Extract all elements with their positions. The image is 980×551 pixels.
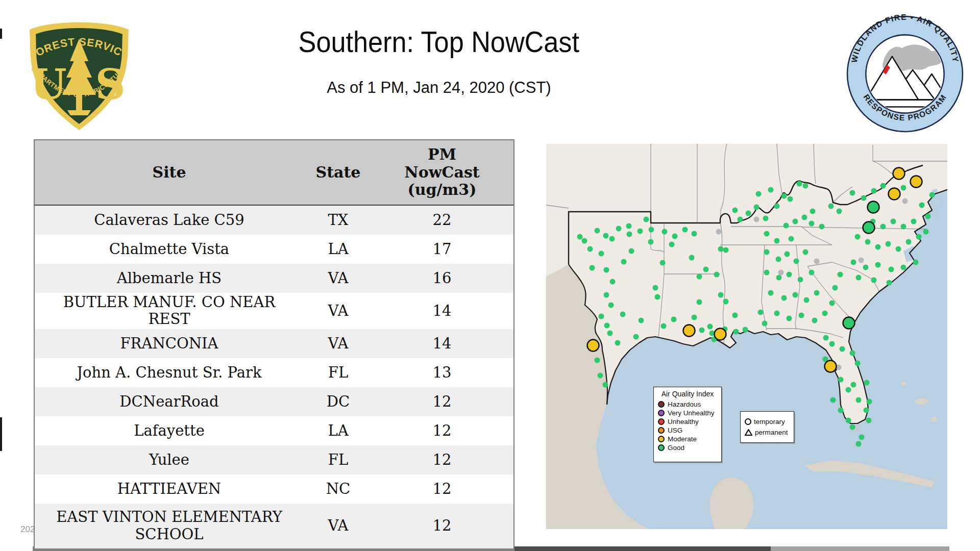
monitor-good-permanent <box>649 227 654 233</box>
aqi-label: Unhealthy <box>668 418 699 425</box>
monitor-good-permanent <box>754 205 760 210</box>
cell-state: DC <box>304 393 373 410</box>
cell-state: NC <box>304 481 373 497</box>
monitor-good-permanent <box>764 270 770 276</box>
monitor-good-permanent <box>682 227 688 233</box>
monitor-good-permanent <box>648 239 654 245</box>
aqi-legend-item: Very Unhealthy <box>654 408 721 417</box>
monitor-good-permanent <box>604 292 609 298</box>
monitor-good-permanent <box>863 265 869 270</box>
monitor-good-permanent <box>610 279 616 285</box>
monitor-good-permanent <box>763 216 769 221</box>
monitor-good-permanent <box>714 272 720 278</box>
table-row: DCNearRoadDC12 <box>35 387 513 416</box>
cell-value: 12 <box>373 393 511 410</box>
monitor-good-permanent <box>850 350 855 356</box>
monitor-good-permanent <box>867 399 872 405</box>
monitor-nodata <box>859 258 864 263</box>
cell-state: TX <box>304 212 373 229</box>
cell-state: VA <box>304 303 373 319</box>
monitor-good-permanent <box>804 297 810 303</box>
monitor-good-permanent <box>758 310 764 315</box>
monitor-good-permanent <box>692 315 697 320</box>
aqi-label: Moderate <box>668 435 697 443</box>
monitor-good-permanent <box>829 341 835 347</box>
cell-state: LA <box>304 241 373 258</box>
monitor-good-permanent <box>859 435 865 440</box>
monitor-good-permanent <box>732 208 738 213</box>
monitor-moderate-temporary <box>587 340 599 352</box>
monitor-good-permanent <box>732 313 738 318</box>
monitor-good-permanent <box>919 203 925 208</box>
cell-state: FL <box>304 452 373 468</box>
monitor-good-permanent <box>604 267 609 273</box>
monitor-good-permanent <box>901 265 906 270</box>
monitor-good-permanent <box>871 188 877 194</box>
cell-value: 12 <box>373 517 511 534</box>
cell-site: FRANCONIA <box>35 334 304 353</box>
monitor-good-permanent <box>846 387 851 393</box>
monitor-good-permanent <box>697 274 702 280</box>
footer-timestamp-partial: 202 <box>20 524 35 535</box>
cell-site: Albemarle HS <box>35 269 304 288</box>
monitor-good-permanent <box>599 314 604 319</box>
monitor-good-permanent <box>929 192 935 198</box>
cell-value: 14 <box>373 303 511 319</box>
monitor-good-permanent <box>609 236 615 242</box>
monitor-good-permanent <box>856 441 862 447</box>
edge-artifact-bottom <box>0 417 2 451</box>
monitor-good-permanent <box>644 217 649 222</box>
monitor-good-permanent <box>629 248 634 254</box>
monitor-good-permanent <box>603 233 609 239</box>
aqi-legend-item: Hazardous <box>654 399 721 408</box>
monitor-good-permanent <box>764 231 770 237</box>
monitor-good-permanent <box>875 262 881 268</box>
cell-value: 12 <box>373 481 511 497</box>
monitor-good-permanent <box>809 221 815 227</box>
monitor-good-permanent <box>871 278 877 283</box>
monitor-good-permanent <box>627 232 632 237</box>
aqi-legend-items: HazardousVery UnhealthyUnhealthyUSGModer… <box>654 399 721 452</box>
monitor-good-permanent <box>832 285 838 291</box>
monitor-good-temporary <box>868 202 879 213</box>
monitor-good-permanent <box>861 195 867 201</box>
bottom-bar-mid <box>514 546 771 551</box>
aqi-legend: Air Quality Index HazardousVery Unhealth… <box>653 387 722 462</box>
monitor-good-permanent <box>655 294 660 300</box>
table-row: John A. Chesnut Sr. ParkFL13 <box>35 358 513 387</box>
monitor-good-permanent <box>838 272 843 278</box>
permanent-label: permanent <box>755 429 788 436</box>
monitor-good-permanent <box>781 193 787 199</box>
monitor-good-permanent <box>850 190 855 196</box>
cell-site: John A. Chesnut Sr. Park <box>35 363 304 382</box>
monitor-good-permanent <box>768 290 774 296</box>
monitor-good-permanent <box>793 292 798 298</box>
monitor-good-temporary <box>843 317 855 329</box>
monitor-good-permanent <box>798 277 803 283</box>
monitor-nodata <box>814 259 820 264</box>
monitor-good-permanent <box>738 217 743 222</box>
monitor-good-permanent <box>913 260 919 265</box>
table-row: YuleeFL12 <box>35 445 513 474</box>
cell-site: DCNearRoad <box>35 392 304 411</box>
monitor-good-permanent <box>889 267 894 272</box>
wfaqrp-logo: WILDLAND FIRE • AIR QUALITY RESPONSE PRO… <box>843 12 967 136</box>
table-row: Albemarle HSVA16 <box>35 264 513 293</box>
aqi-color-dot <box>658 444 665 451</box>
title-block: Southern: Top NowCast <box>184 24 694 59</box>
monitor-good-permanent <box>653 285 658 291</box>
monitor-good-permanent <box>733 329 739 335</box>
monitor-good-permanent <box>615 340 621 346</box>
monitor-good-permanent <box>604 323 610 329</box>
monitor-good-permanent <box>809 270 815 276</box>
aqi-label: USG <box>668 427 682 434</box>
monitor-good-permanent <box>697 299 702 305</box>
cell-value: 22 <box>373 212 511 229</box>
monitor-good-permanent <box>762 321 768 327</box>
permanent-triangle-icon <box>745 429 752 436</box>
monitor-moderate-temporary <box>889 188 900 200</box>
monitor-good-permanent <box>829 300 835 306</box>
monitor-good-permanent <box>916 234 922 240</box>
col-header-state: State <box>304 164 373 182</box>
monitor-good-permanent <box>837 209 842 214</box>
